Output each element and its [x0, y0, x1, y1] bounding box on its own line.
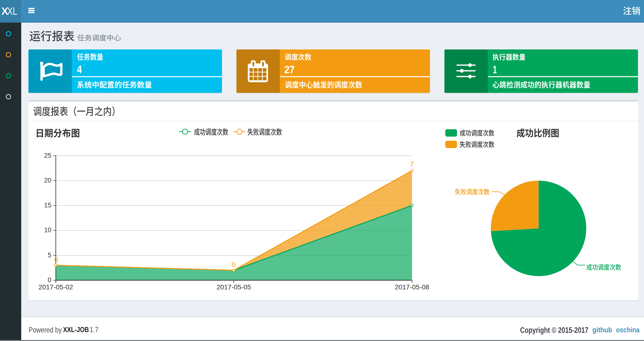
svg-text:10: 10	[44, 226, 51, 234]
svg-text:0: 0	[232, 261, 236, 268]
svg-text:20: 20	[44, 177, 51, 184]
svg-text:15: 15	[44, 202, 51, 209]
svg-text:7: 7	[410, 160, 414, 168]
svg-text:2017-05-05: 2017-05-05	[216, 283, 251, 291]
svg-text:2017-05-02: 2017-05-02	[38, 283, 73, 291]
svg-text:0: 0	[54, 256, 58, 263]
svg-text:2017-05-08: 2017-05-08	[395, 283, 429, 291]
svg-text:5: 5	[48, 251, 51, 259]
svg-text:25: 25	[44, 152, 51, 159]
svg-text:0: 0	[48, 276, 51, 284]
